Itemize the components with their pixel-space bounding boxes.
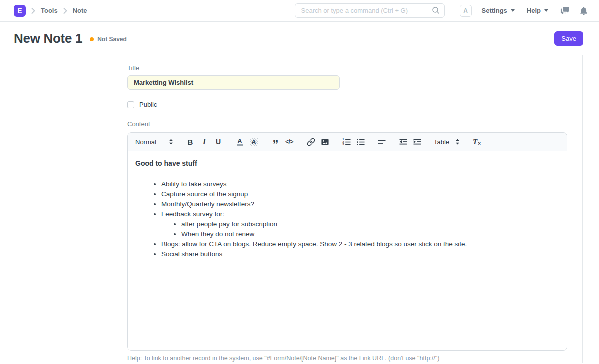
- align-button[interactable]: [375, 136, 389, 148]
- table-select-label: Table: [434, 138, 450, 146]
- user-avatar[interactable]: A: [460, 5, 472, 17]
- settings-menu[interactable]: Settings: [482, 7, 515, 14]
- title-field-label: Title: [128, 64, 582, 72]
- public-checkbox[interactable]: [128, 102, 134, 108]
- image-button[interactable]: [318, 136, 332, 148]
- list-item: Ability to take surveys: [162, 180, 560, 190]
- table-select[interactable]: Table: [432, 138, 462, 146]
- chevron-down-icon: [511, 10, 515, 12]
- help-text: Help: To link to another record in the s…: [128, 355, 582, 362]
- notifications-button[interactable]: [580, 6, 588, 16]
- chat-button[interactable]: [560, 6, 570, 15]
- status-badge: Not Saved: [90, 36, 127, 43]
- breadcrumb-tools[interactable]: Tools: [41, 7, 58, 14]
- text-color-button[interactable]: A: [233, 136, 247, 148]
- list-item-nested: after people pay for subscription: [182, 220, 560, 230]
- select-arrows-icon: [169, 138, 174, 146]
- format-select[interactable]: Normal: [133, 138, 176, 146]
- format-select-value: Normal: [136, 138, 156, 146]
- status-label: Not Saved: [98, 36, 127, 43]
- body-layout: Title Public Content Normal B I U A: [0, 56, 599, 364]
- status-dot-icon: [90, 38, 94, 42]
- public-checkbox-label: Public: [140, 101, 157, 108]
- list-item: Social share buttons: [162, 250, 560, 260]
- search-input[interactable]: [295, 4, 445, 18]
- italic-icon[interactable]: I: [198, 136, 212, 148]
- image-icon: [321, 138, 330, 146]
- editor-content[interactable]: Good to have stuff Ability to take surve…: [128, 152, 567, 350]
- bullet-list-icon: [356, 138, 365, 146]
- ordered-list-icon: 123: [342, 138, 351, 146]
- clear-format-x: ×: [478, 141, 481, 146]
- right-pane: [583, 56, 599, 364]
- rich-text-editor: Normal B I U A A ” </>: [128, 132, 568, 351]
- global-search: [295, 4, 445, 18]
- background-color-icon: A: [250, 138, 258, 146]
- bell-icon: [580, 6, 588, 16]
- chevron-right-icon: [32, 8, 36, 14]
- chevron-down-icon: [544, 10, 548, 12]
- indent-button[interactable]: [410, 136, 424, 148]
- page-head: New Note 1 Not Saved Save: [0, 22, 599, 56]
- content-heading: Good to have stuff: [136, 158, 560, 168]
- form-main: Title Public Content Normal B I U A: [112, 56, 583, 364]
- list-item: Monthly/Quarterly newsletters?: [162, 200, 560, 210]
- breadcrumb-note[interactable]: Note: [73, 7, 88, 14]
- select-arrows-icon: [456, 138, 460, 146]
- outdent-button[interactable]: [396, 136, 410, 148]
- content-field-label: Content: [128, 120, 582, 128]
- chat-icon: [560, 6, 570, 15]
- ordered-list-button[interactable]: 123: [340, 136, 354, 148]
- save-button[interactable]: Save: [554, 32, 584, 46]
- content-list: Ability to take surveys Capture source o…: [136, 180, 560, 260]
- link-icon: [307, 138, 316, 146]
- clear-format-icon: T: [473, 138, 478, 146]
- page-title: New Note 1: [14, 31, 82, 46]
- navbar: E Tools Note A Settings Help: [0, 0, 599, 22]
- list-item: Feedback survey for:: [162, 210, 560, 220]
- link-button[interactable]: [304, 136, 318, 148]
- svg-text:3: 3: [342, 143, 344, 146]
- search-icon: [432, 6, 440, 14]
- bold-icon[interactable]: B: [184, 136, 198, 148]
- form-sidebar: [0, 56, 112, 364]
- chevron-right-icon: [64, 8, 68, 14]
- underline-icon[interactable]: U: [212, 136, 226, 148]
- app-logo[interactable]: E: [14, 5, 26, 17]
- public-checkbox-row[interactable]: Public: [128, 101, 582, 108]
- title-input[interactable]: [128, 76, 340, 90]
- list-item: Capture source of the signup: [162, 190, 560, 200]
- outdent-icon: [399, 138, 408, 146]
- code-icon[interactable]: </>: [282, 136, 296, 148]
- align-icon: [378, 138, 386, 146]
- text-color-icon: A: [237, 138, 242, 146]
- list-item: Blogs: allow for CTA on blogs. Reduce em…: [162, 240, 560, 250]
- editor-toolbar: Normal B I U A A ” </>: [128, 133, 567, 152]
- help-menu[interactable]: Help: [527, 7, 548, 14]
- indent-icon: [413, 138, 422, 146]
- bullet-list-button[interactable]: [354, 136, 368, 148]
- list-item-nested: When they do not renew: [182, 230, 560, 240]
- clear-format-button[interactable]: T×: [470, 136, 484, 148]
- blockquote-icon[interactable]: ”: [268, 136, 282, 148]
- settings-label: Settings: [482, 7, 508, 14]
- background-color-button[interactable]: A: [247, 136, 261, 148]
- help-label: Help: [527, 7, 541, 14]
